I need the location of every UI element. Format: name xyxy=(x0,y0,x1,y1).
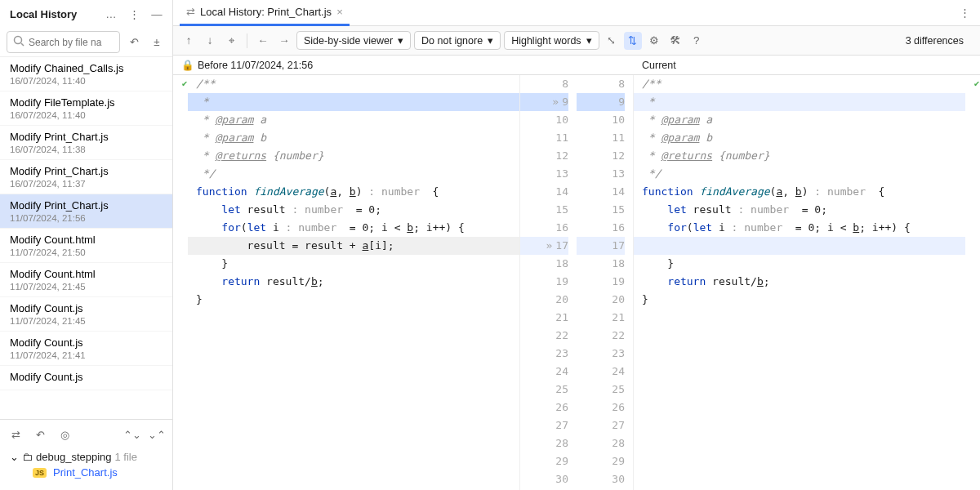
right-status: ✔ xyxy=(965,75,980,490)
history-item[interactable]: Modify Count.html11/07/2024, 21:50 xyxy=(0,229,172,263)
highlight-select[interactable]: Highlight words ▾ xyxy=(504,31,599,50)
history-item[interactable]: Modify FileTemplate.js16/07/2024, 11:40 xyxy=(0,91,172,126)
history-item[interactable]: Modify Print_Chart.js11/07/2024, 21:56 xyxy=(0,194,172,229)
history-item[interactable]: Modify Print_Chart.js16/07/2024, 11:37 xyxy=(0,160,172,194)
tab-options-icon[interactable]: ⋮ xyxy=(956,4,973,22)
chevron-down-icon: ▾ xyxy=(398,34,403,47)
collapse-unchanged-icon[interactable]: ⤡ xyxy=(603,32,621,50)
tree-folder[interactable]: ⌄ 🗀 debug_stepping 1 file xyxy=(10,449,163,465)
collapse-icon[interactable]: ⌄⌃ xyxy=(148,425,166,443)
forward-icon[interactable]: → xyxy=(275,32,293,50)
right-pane[interactable]: /** * * @param a * @param b * @returns {… xyxy=(634,75,965,490)
close-icon[interactable]: × xyxy=(336,6,343,18)
history-list: Modify Chained_Calls.js16/07/2024, 11:40… xyxy=(0,56,172,419)
history-item[interactable]: Modify Count.js xyxy=(0,366,172,390)
history-item[interactable]: Modify Count.html11/07/2024, 21:45 xyxy=(0,263,172,297)
chevron-down-icon: ▾ xyxy=(488,34,493,47)
options-icon[interactable]: ⋮ xyxy=(125,5,143,23)
sync-scroll-icon[interactable]: ⇅ xyxy=(624,32,642,50)
diff-icon: ⇄ xyxy=(186,6,195,18)
left-pane[interactable]: /** * * @param a * @param b * @returns {… xyxy=(188,75,519,490)
next-diff-icon[interactable]: ↓ xyxy=(201,32,219,50)
right-gutter: 8910111213141516171819202122232425262728… xyxy=(577,75,633,490)
tools-icon[interactable]: 🛠 xyxy=(666,32,684,50)
history-item[interactable]: Modify Chained_Calls.js16/07/2024, 11:40 xyxy=(0,57,172,91)
back-icon[interactable]: ← xyxy=(254,32,272,50)
settings-icon[interactable]: ⚙ xyxy=(645,32,663,50)
expand-icon[interactable]: ⌃⌄ xyxy=(123,425,141,443)
preview-icon[interactable]: ◎ xyxy=(56,425,74,443)
folder-icon: 🗀 xyxy=(22,451,33,463)
revert-icon[interactable]: ⇄ xyxy=(7,425,24,443)
svg-line-1 xyxy=(21,43,24,46)
diff-icon[interactable]: ± xyxy=(148,33,166,51)
left-gutter: 8»910111213141516»1718192021222324252627… xyxy=(520,75,577,490)
right-pane-header: Current xyxy=(634,56,980,74)
minimize-icon[interactable]: — xyxy=(148,5,166,23)
js-badge-icon: JS xyxy=(33,468,47,478)
search-input[interactable] xyxy=(7,31,120,53)
lock-icon: 🔒 xyxy=(181,59,194,71)
panel-title: Local History xyxy=(10,8,97,20)
undo2-icon[interactable]: ↶ xyxy=(31,425,49,443)
more-icon[interactable]: … xyxy=(102,5,120,23)
svg-point-0 xyxy=(15,37,22,44)
tab-local-history[interactable]: ⇄ Local History: Print_Chart.js × xyxy=(180,0,350,26)
left-pane-header: 🔒 Before 11/07/2024, 21:56 xyxy=(173,56,519,74)
tree-file[interactable]: JS Print_Chart.js xyxy=(10,465,163,480)
history-item[interactable]: Modify Count.js11/07/2024, 21:41 xyxy=(0,332,172,366)
undo-icon[interactable]: ↶ xyxy=(125,33,143,51)
history-item[interactable]: Modify Count.js11/07/2024, 21:45 xyxy=(0,297,172,332)
left-status: ✔ xyxy=(173,75,188,490)
history-item[interactable]: Modify Print_Chart.js16/07/2024, 11:38 xyxy=(0,126,172,160)
search-icon xyxy=(12,34,25,50)
chevron-down-icon: ⌄ xyxy=(10,451,19,463)
diff-count: 3 differences xyxy=(906,35,973,47)
viewer-select[interactable]: Side-by-side viewer ▾ xyxy=(296,31,411,50)
chevron-down-icon: ▾ xyxy=(586,34,592,47)
help-icon[interactable]: ? xyxy=(688,32,706,50)
edit-icon[interactable]: ⌖ xyxy=(222,32,240,50)
prev-diff-icon[interactable]: ↑ xyxy=(180,32,198,50)
ignore-select[interactable]: Do not ignore ▾ xyxy=(414,31,501,50)
